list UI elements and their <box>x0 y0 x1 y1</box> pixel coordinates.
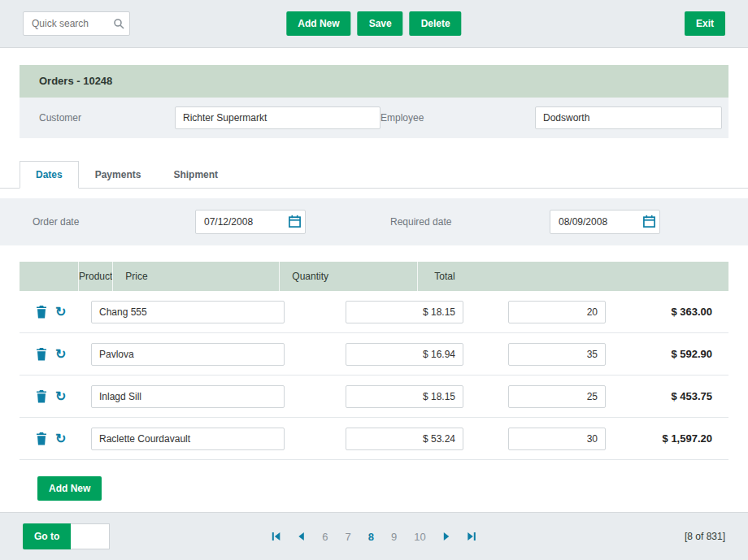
trash-icon <box>36 432 47 445</box>
pager: 6 7 8 9 10 <box>270 531 477 543</box>
delete-row-button[interactable] <box>36 390 47 403</box>
table-row: ↻ $ 453.75 <box>20 376 728 418</box>
product-input[interactable] <box>91 301 285 323</box>
row-actions: ↻ <box>20 348 78 361</box>
calendar-icon <box>642 219 656 231</box>
quantity-input[interactable] <box>508 428 606 450</box>
product-input[interactable] <box>91 343 285 366</box>
refresh-row-button[interactable]: ↻ <box>55 348 66 361</box>
search-input[interactable] <box>23 11 130 36</box>
price-input[interactable] <box>346 301 463 323</box>
product-cell <box>78 428 333 450</box>
row-actions: ↻ <box>20 390 78 403</box>
previous-page-icon <box>295 531 307 542</box>
total-cell: $ 453.75 <box>638 390 728 402</box>
employee-field: Employee <box>381 106 722 129</box>
price-cell <box>333 301 500 323</box>
row-actions: ↻ <box>20 306 78 319</box>
save-button[interactable]: Save <box>358 11 403 36</box>
price-input[interactable] <box>346 343 463 366</box>
refresh-icon: ↻ <box>55 432 66 445</box>
add-new-button[interactable]: Add New <box>286 11 350 36</box>
price-cell <box>333 428 500 450</box>
required-date-field: Required date <box>390 210 748 234</box>
total-cell: $ 363.00 <box>638 306 728 318</box>
record-status: [8 of 831] <box>685 531 725 542</box>
page-number-6[interactable]: 6 <box>320 531 329 543</box>
page-number-9[interactable]: 9 <box>389 531 398 543</box>
quantity-input[interactable] <box>508 385 606 408</box>
tab-dates[interactable]: Dates <box>20 161 79 189</box>
first-page-button[interactable] <box>270 531 281 542</box>
delete-row-button[interactable] <box>36 432 47 445</box>
price-input[interactable] <box>346 428 463 450</box>
last-page-icon <box>467 531 478 542</box>
order-date-calendar-button[interactable] <box>288 215 302 228</box>
next-page-icon <box>441 531 453 542</box>
product-column-header: Product <box>78 262 112 291</box>
product-cell <box>78 301 333 323</box>
delete-row-button[interactable] <box>36 306 47 319</box>
order-date-label: Order date <box>33 216 195 228</box>
refresh-icon: ↻ <box>55 347 66 361</box>
page-number-7[interactable]: 7 <box>344 531 353 543</box>
employee-input[interactable] <box>535 106 722 129</box>
goto-page-button[interactable]: Go to <box>23 523 71 549</box>
refresh-icon: ↻ <box>55 389 66 403</box>
main-content: Orders - 10248 Customer Employee Dates P… <box>0 48 748 512</box>
table-row: ↻ $ 363.00 <box>20 291 728 333</box>
refresh-row-button[interactable]: ↻ <box>55 432 66 445</box>
trash-icon <box>36 306 47 319</box>
product-input[interactable] <box>91 428 285 450</box>
tab-shipment[interactable]: Shipment <box>157 161 234 189</box>
delete-button[interactable]: Delete <box>410 11 462 36</box>
delete-row-button[interactable] <box>36 348 47 361</box>
order-panel: Orders - 10248 Customer Employee <box>20 65 728 138</box>
last-page-button[interactable] <box>467 531 478 542</box>
order-date-field: Order date <box>33 210 390 234</box>
order-date-editor <box>195 210 306 234</box>
price-input[interactable] <box>346 385 463 408</box>
total-column-header: Total <box>417 262 507 291</box>
quantity-input[interactable] <box>508 301 606 323</box>
refresh-row-button[interactable]: ↻ <box>55 390 66 403</box>
total-cell: $ 1,597.20 <box>638 432 728 445</box>
customer-input[interactable] <box>175 106 381 129</box>
quantity-input[interactable] <box>508 343 606 366</box>
tab-payments[interactable]: Payments <box>79 161 158 189</box>
quantity-cell <box>500 301 638 323</box>
total-cell: $ 592.90 <box>638 348 728 360</box>
order-items-table: Product Price Quantity Total ↻ <box>20 262 728 501</box>
table-header-row: Product Price Quantity Total <box>20 262 728 291</box>
quantity-cell <box>500 428 638 450</box>
quick-search-box <box>23 11 130 36</box>
customer-label: Customer <box>39 112 175 124</box>
order-form-app: Add New Save Delete Exit Orders - 10248 … <box>0 0 748 560</box>
employee-label: Employee <box>381 112 535 124</box>
calendar-icon <box>288 219 302 231</box>
page-number-8-current[interactable]: 8 <box>367 531 376 543</box>
product-input[interactable] <box>91 385 285 408</box>
product-cell <box>78 385 333 408</box>
exit-button[interactable]: Exit <box>685 11 725 36</box>
price-cell <box>333 385 500 408</box>
quantity-cell <box>500 343 638 366</box>
previous-page-button[interactable] <box>295 531 307 542</box>
product-cell <box>78 343 333 366</box>
tab-bar: Dates Payments Shipment <box>0 161 748 189</box>
trash-icon <box>36 348 47 361</box>
customer-field: Customer <box>39 106 381 129</box>
top-toolbar: Add New Save Delete Exit <box>0 0 748 48</box>
page-number-10[interactable]: 10 <box>412 531 427 543</box>
row-actions-header <box>20 262 78 291</box>
add-new-row-button[interactable]: Add New <box>37 476 102 501</box>
required-date-calendar-button[interactable] <box>642 215 656 228</box>
refresh-row-button[interactable]: ↻ <box>55 306 66 319</box>
next-page-button[interactable] <box>441 531 453 542</box>
price-cell <box>333 343 500 366</box>
goto-page-input[interactable] <box>71 523 110 549</box>
trash-icon <box>36 390 47 403</box>
row-actions: ↻ <box>20 432 78 445</box>
order-panel-title: Orders - 10248 <box>20 65 728 98</box>
first-page-icon <box>270 531 281 542</box>
